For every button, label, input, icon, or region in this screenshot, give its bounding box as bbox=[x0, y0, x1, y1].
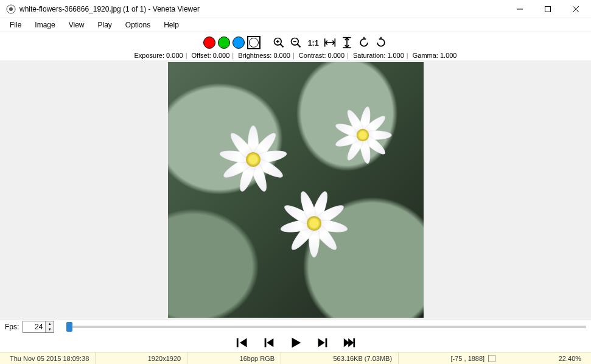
fps-input[interactable] bbox=[23, 321, 45, 332]
zoom-out-button[interactable] bbox=[289, 35, 303, 50]
adjustments-readout: Exposure: 0.000| Offset: 0.000| Brightne… bbox=[135, 52, 457, 59]
prev-frame-button[interactable] bbox=[262, 336, 276, 349]
maximize-button[interactable] bbox=[534, 0, 562, 18]
play-button[interactable] bbox=[289, 336, 302, 349]
status-zoom: 22.40% bbox=[553, 352, 587, 364]
fps-step-down[interactable]: ▼ bbox=[45, 327, 54, 332]
fps-step-up[interactable]: ▲ bbox=[45, 321, 54, 327]
status-filesize: 563.16KB (7.03MB) bbox=[327, 352, 399, 364]
svg-line-7 bbox=[280, 44, 283, 47]
channel-green-button[interactable] bbox=[218, 37, 230, 49]
fit-width-button[interactable] bbox=[323, 35, 337, 50]
svg-line-11 bbox=[297, 44, 300, 47]
exposure-value: 0.000 bbox=[166, 52, 183, 59]
contrast-value: 0.000 bbox=[328, 52, 345, 59]
menu-view[interactable]: View bbox=[63, 19, 91, 30]
rotate-cw-button[interactable] bbox=[374, 35, 388, 50]
offset-label: Offset: bbox=[192, 52, 211, 59]
window-title: white-flowers-366866_1920.jpg (1 of 1) -… bbox=[19, 5, 506, 13]
status-checkbox[interactable] bbox=[488, 355, 495, 362]
first-frame-button[interactable] bbox=[236, 336, 249, 349]
close-button[interactable] bbox=[562, 0, 590, 18]
statusbar: Thu Nov 05 2015 18:09:38 1920x1920 16bpp… bbox=[0, 352, 591, 364]
svg-rect-23 bbox=[264, 338, 266, 348]
contrast-label: Contrast: bbox=[299, 52, 326, 59]
exposure-label: Exposure: bbox=[135, 52, 165, 59]
toolbar-row: 1:1 bbox=[203, 35, 388, 51]
svg-text:1:1: 1:1 bbox=[307, 39, 318, 47]
menu-options[interactable]: Options bbox=[119, 19, 156, 30]
channel-red-button[interactable] bbox=[203, 37, 215, 49]
svg-marker-26 bbox=[318, 338, 324, 348]
fps-label: Fps: bbox=[5, 323, 19, 331]
svg-marker-25 bbox=[292, 338, 301, 348]
gamma-value: 1.000 bbox=[440, 52, 457, 59]
offset-value: 0.000 bbox=[213, 52, 230, 59]
svg-rect-27 bbox=[325, 338, 327, 348]
gamma-label: Gamma: bbox=[413, 52, 438, 59]
playback-bar bbox=[0, 334, 591, 352]
status-format: 16bpp RGB bbox=[234, 352, 281, 364]
next-frame-button[interactable] bbox=[316, 336, 329, 349]
svg-rect-30 bbox=[353, 338, 355, 348]
saturation-value: 1.000 bbox=[387, 52, 404, 59]
zoom-actual-button[interactable]: 1:1 bbox=[306, 35, 320, 50]
menubar: File Image View Play Options Help bbox=[0, 18, 591, 32]
window-controls bbox=[506, 0, 590, 18]
zoom-in-button[interactable] bbox=[271, 35, 286, 50]
brightness-label: Brightness: bbox=[238, 52, 271, 59]
image-content bbox=[168, 62, 424, 318]
frame-slider[interactable] bbox=[66, 326, 586, 328]
channel-blue-button[interactable] bbox=[233, 37, 245, 49]
status-timestamp: Thu Nov 05 2015 18:09:38 bbox=[4, 352, 96, 364]
frame-slider-thumb[interactable] bbox=[66, 322, 72, 332]
brightness-value: 0.000 bbox=[273, 52, 290, 59]
minimize-button[interactable] bbox=[506, 0, 534, 18]
menu-play[interactable]: Play bbox=[92, 19, 118, 30]
menu-help[interactable]: Help bbox=[158, 19, 185, 30]
svg-point-1 bbox=[9, 7, 13, 11]
channel-all-button[interactable] bbox=[247, 36, 261, 49]
saturation-label: Saturation: bbox=[353, 52, 385, 59]
titlebar: white-flowers-366866_1920.jpg (1 of 1) -… bbox=[0, 0, 591, 18]
rotate-ccw-button[interactable] bbox=[357, 35, 371, 50]
menu-file[interactable]: File bbox=[4, 19, 27, 30]
svg-rect-3 bbox=[545, 6, 551, 12]
app-icon bbox=[6, 4, 16, 14]
fit-height-button[interactable] bbox=[340, 35, 354, 50]
status-coords: [-75 , 1888] bbox=[451, 355, 485, 362]
status-dimensions: 1920x1920 bbox=[142, 352, 187, 364]
image-viewport[interactable] bbox=[0, 60, 591, 319]
svg-marker-22 bbox=[240, 338, 247, 348]
toolbar: 1:1 Exposure: 0.000| Offset: 0.000| Brig… bbox=[0, 32, 591, 60]
menu-image[interactable]: Image bbox=[29, 19, 61, 30]
svg-marker-29 bbox=[348, 338, 354, 348]
last-frame-button[interactable] bbox=[343, 336, 356, 349]
svg-marker-24 bbox=[267, 338, 273, 348]
svg-rect-20 bbox=[236, 338, 238, 348]
fps-row: Fps: ▲ ▼ bbox=[0, 319, 591, 334]
